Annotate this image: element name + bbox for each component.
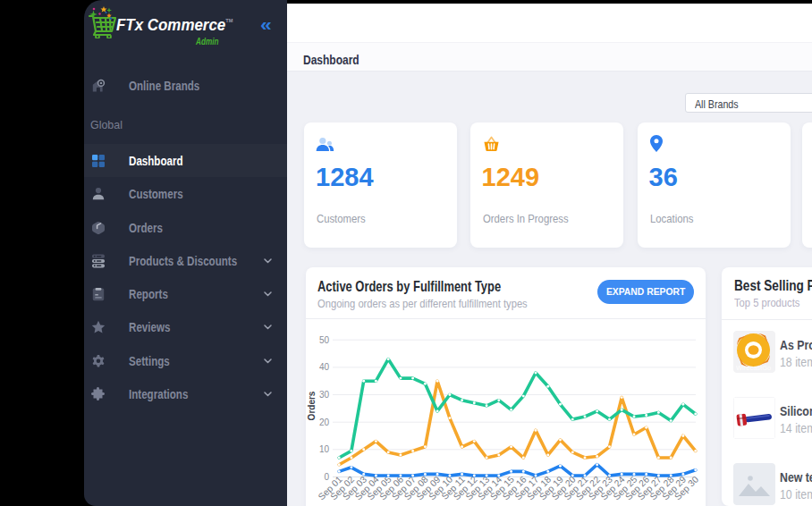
- svg-text:30: 30: [319, 390, 330, 400]
- svg-text:50: 50: [319, 335, 330, 345]
- svg-text:WirecastGo: WirecastGo: [736, 364, 771, 372]
- svg-text:10: 10: [319, 444, 330, 454]
- svg-text:0: 0: [324, 472, 329, 482]
- svg-text:40: 40: [319, 362, 330, 372]
- svg-text:20: 20: [319, 417, 330, 427]
- svg-text:Orders: Orders: [307, 391, 317, 420]
